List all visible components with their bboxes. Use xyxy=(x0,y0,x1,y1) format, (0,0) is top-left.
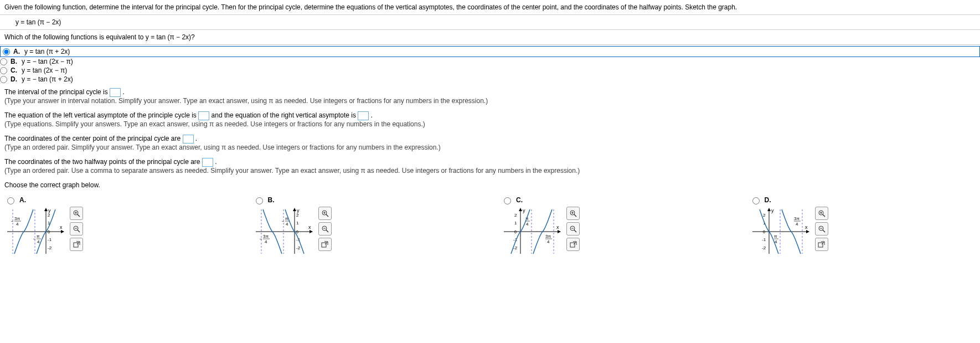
svg-text:x: x xyxy=(60,224,63,230)
asym-left-input[interactable] xyxy=(198,111,209,120)
graph-d-radio[interactable] xyxy=(752,197,760,204)
graph-c-radio[interactable] xyxy=(504,197,511,204)
svg-line-22 xyxy=(78,214,80,217)
svg-text:0: 0 xyxy=(763,230,765,234)
option-c-letter: C. xyxy=(11,66,17,74)
equiv-options: A. y = tan (π + 2x) B. y = − tan (2x − π… xyxy=(0,44,980,85)
svg-rect-28 xyxy=(74,243,78,247)
given-fn-text: y = tan (π − 2x) xyxy=(4,18,61,26)
option-a-letter: A. xyxy=(13,48,20,55)
svg-text:2: 2 xyxy=(48,213,50,218)
graph-choice-b: B. yx 21 0 -1-2 3π4− π4− xyxy=(253,196,479,257)
halfway-block: The coordinates of the two halfway point… xyxy=(0,155,980,178)
graph-b-radio[interactable] xyxy=(256,197,263,204)
svg-text:3π: 3π xyxy=(545,234,551,239)
svg-text:π: π xyxy=(37,234,40,239)
graph-a-zoom-in[interactable] xyxy=(70,207,83,220)
svg-marker-61 xyxy=(519,208,522,211)
graph-c-plot: yx 21 0 -1-2 π4 3π4 xyxy=(501,207,562,257)
graph-choice-a: A. yx 21 0 -1-2 3π4− π4− xyxy=(4,196,231,257)
asym-right-input[interactable] xyxy=(358,111,369,120)
svg-line-26 xyxy=(78,230,80,232)
graph-b-popout[interactable] xyxy=(318,238,332,251)
option-d-radio[interactable] xyxy=(0,76,7,83)
option-d-text: y = − tan (π + 2x) xyxy=(22,75,73,83)
svg-marker-63 xyxy=(558,230,561,233)
svg-text:0: 0 xyxy=(48,230,50,234)
center-hint: (Type an ordered pair. Simplify your ans… xyxy=(4,144,441,151)
svg-marker-31 xyxy=(293,208,296,211)
graph-d-plot: yx 21 0 -1-2 3π4 π4 xyxy=(750,207,811,257)
graph-d-zoom-out[interactable] xyxy=(815,222,828,236)
option-b-text: y = − tan (2x − π) xyxy=(22,58,73,65)
problem-prompt: Given the following function, determine … xyxy=(0,0,980,14)
interval-hint: (Type your answer in interval notation. … xyxy=(4,97,488,105)
halfway-input[interactable] xyxy=(202,158,213,167)
option-c[interactable]: C. y = tan (2x − π) xyxy=(0,66,980,75)
option-d[interactable]: D. y = − tan (π + 2x) xyxy=(0,75,980,84)
equivalence-question: Which of the following functions is equi… xyxy=(0,29,980,44)
interval-input[interactable] xyxy=(110,88,121,97)
choose-graph-text: Choose the correct graph below. xyxy=(4,181,100,189)
svg-text:-2: -2 xyxy=(48,245,52,250)
svg-text:2: 2 xyxy=(763,213,766,218)
halfway-line-text: The coordinates of the two halfway point… xyxy=(4,158,202,166)
equiv-question-text: Which of the following functions is equi… xyxy=(4,33,195,41)
given-function: y = tan (π − 2x) xyxy=(0,14,980,29)
svg-text:3π: 3π xyxy=(263,234,269,239)
svg-text:1: 1 xyxy=(514,221,517,226)
option-b-radio[interactable] xyxy=(0,58,7,65)
graph-b-zoom-in[interactable] xyxy=(318,207,332,220)
center-input[interactable] xyxy=(183,135,194,144)
graph-d-popout[interactable] xyxy=(815,238,828,251)
svg-text:4: 4 xyxy=(265,239,267,244)
svg-text:−: − xyxy=(260,237,262,242)
svg-rect-114 xyxy=(818,243,823,247)
svg-line-80 xyxy=(574,214,576,217)
graph-d-zoom-in[interactable] xyxy=(815,207,828,220)
asym-pre: The equation of the left vertical asympt… xyxy=(4,111,198,119)
svg-rect-86 xyxy=(570,243,575,247)
svg-text:-1: -1 xyxy=(762,237,766,242)
svg-text:y: y xyxy=(523,208,525,213)
svg-text:x: x xyxy=(805,224,808,230)
graph-c-popout[interactable] xyxy=(566,238,580,251)
interval-block: The interval of the principal cycle is .… xyxy=(0,85,980,108)
svg-text:4: 4 xyxy=(286,222,288,227)
svg-text:0: 0 xyxy=(514,230,517,234)
choose-graph-label: Choose the correct graph below. xyxy=(0,178,980,192)
svg-text:−: − xyxy=(282,219,285,224)
option-b[interactable]: B. y = − tan (2x − π) xyxy=(0,57,980,66)
graph-a-zoom-out[interactable] xyxy=(70,222,83,236)
option-a[interactable]: A. y = tan (π + 2x) xyxy=(0,46,980,57)
halfway-hint: (Type an ordered pair. Use a comma to se… xyxy=(4,167,580,175)
svg-text:3π: 3π xyxy=(14,216,20,221)
interval-period: . xyxy=(122,88,124,96)
svg-text:4: 4 xyxy=(37,239,40,244)
svg-text:1: 1 xyxy=(296,221,299,226)
svg-text:2: 2 xyxy=(514,213,517,218)
option-c-radio[interactable] xyxy=(0,67,7,74)
graph-c-zoom-out[interactable] xyxy=(566,222,580,236)
graph-b-letter: B. xyxy=(268,196,275,204)
svg-text:−: − xyxy=(11,219,14,224)
graph-choices: A. yx 21 0 -1-2 3π4− π4− xyxy=(0,192,980,260)
graph-b-zoom-out[interactable] xyxy=(318,222,332,236)
svg-text:x: x xyxy=(308,224,311,230)
graph-a-plot: yx 21 0 -1-2 3π4− π4− xyxy=(4,207,65,257)
svg-text:x: x xyxy=(556,224,559,230)
option-a-radio[interactable] xyxy=(3,48,10,55)
graph-a-popout[interactable] xyxy=(70,238,83,251)
option-b-letter: B. xyxy=(11,58,17,65)
svg-text:4: 4 xyxy=(16,222,19,227)
svg-marker-3 xyxy=(61,230,64,233)
svg-text:y: y xyxy=(771,208,774,213)
prompt-text: Given the following function, determine … xyxy=(4,3,737,11)
center-period: . xyxy=(195,135,197,142)
svg-text:0: 0 xyxy=(296,230,298,234)
graph-choice-d: D. yx 21 0 -1-2 3π4 π4 xyxy=(750,196,976,257)
svg-text:2: 2 xyxy=(296,213,299,218)
graph-c-zoom-in[interactable] xyxy=(566,207,580,220)
graph-c-letter: C. xyxy=(516,196,523,204)
graph-a-radio[interactable] xyxy=(7,197,14,204)
